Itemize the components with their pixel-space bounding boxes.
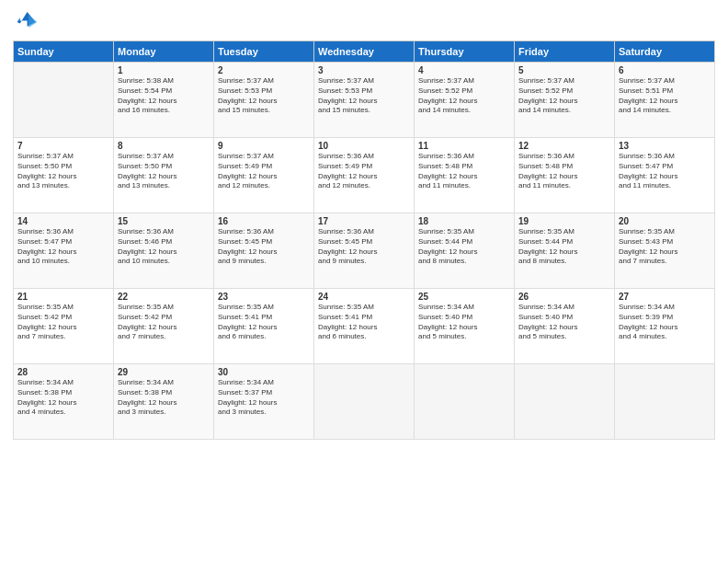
cell-text: Sunrise: 5:37 AM Sunset: 5:50 PM Dayligh… [17, 152, 109, 191]
day-number: 5 [518, 65, 610, 75]
cell-text: Sunrise: 5:37 AM Sunset: 5:52 PM Dayligh… [418, 76, 510, 116]
cell-text: Sunrise: 5:35 AM Sunset: 5:42 PM Dayligh… [17, 303, 109, 342]
day-number: 17 [318, 216, 410, 226]
cell-text: Sunrise: 5:34 AM Sunset: 5:40 PM Dayligh… [518, 303, 610, 342]
calendar-cell: 20Sunrise: 5:35 AM Sunset: 5:43 PM Dayli… [615, 213, 715, 289]
calendar-cell: 22Sunrise: 5:35 AM Sunset: 5:42 PM Dayli… [114, 289, 214, 364]
day-number: 4 [418, 65, 510, 75]
calendar-week-row: 28Sunrise: 5:34 AM Sunset: 5:38 PM Dayli… [14, 364, 715, 440]
day-number: 16 [218, 216, 310, 226]
calendar-cell: 8Sunrise: 5:37 AM Sunset: 5:50 PM Daylig… [114, 138, 214, 213]
calendar-cell: 21Sunrise: 5:35 AM Sunset: 5:42 PM Dayli… [14, 289, 114, 364]
logo-icon [13, 9, 39, 35]
day-number: 18 [418, 216, 510, 226]
day-number: 9 [218, 141, 310, 151]
cell-text: Sunrise: 5:35 AM Sunset: 5:42 PM Dayligh… [118, 303, 210, 342]
cell-text: Sunrise: 5:37 AM Sunset: 5:50 PM Dayligh… [118, 152, 210, 191]
cell-text: Sunrise: 5:34 AM Sunset: 5:39 PM Dayligh… [619, 303, 711, 342]
day-number: 10 [318, 141, 410, 151]
cell-text: Sunrise: 5:34 AM Sunset: 5:37 PM Dayligh… [218, 378, 310, 418]
cell-text: Sunrise: 5:34 AM Sunset: 5:38 PM Dayligh… [118, 378, 210, 418]
day-number: 11 [418, 141, 510, 151]
calendar-cell: 30Sunrise: 5:34 AM Sunset: 5:37 PM Dayli… [214, 364, 314, 440]
header-day: Thursday [415, 41, 515, 63]
calendar-cell: 26Sunrise: 5:34 AM Sunset: 5:40 PM Dayli… [515, 289, 615, 364]
cell-text: Sunrise: 5:34 AM Sunset: 5:40 PM Dayligh… [418, 303, 510, 342]
calendar-cell: 19Sunrise: 5:35 AM Sunset: 5:44 PM Dayli… [515, 213, 615, 289]
calendar-cell: 27Sunrise: 5:34 AM Sunset: 5:39 PM Dayli… [615, 289, 715, 364]
cell-text: Sunrise: 5:36 AM Sunset: 5:45 PM Dayligh… [318, 227, 410, 267]
cell-text: Sunrise: 5:36 AM Sunset: 5:48 PM Dayligh… [518, 152, 610, 191]
day-number: 23 [218, 292, 310, 302]
cell-text: Sunrise: 5:35 AM Sunset: 5:44 PM Dayligh… [418, 227, 510, 267]
calendar-cell: 16Sunrise: 5:36 AM Sunset: 5:45 PM Dayli… [214, 213, 314, 289]
day-number: 20 [619, 216, 711, 226]
header-day: Saturday [615, 41, 715, 63]
calendar-cell [615, 364, 715, 440]
cell-text: Sunrise: 5:37 AM Sunset: 5:51 PM Dayligh… [619, 76, 711, 116]
day-number: 30 [218, 367, 310, 377]
cell-text: Sunrise: 5:34 AM Sunset: 5:38 PM Dayligh… [17, 378, 109, 418]
calendar-cell [314, 364, 415, 440]
cell-text: Sunrise: 5:37 AM Sunset: 5:53 PM Dayligh… [318, 76, 410, 116]
cell-text: Sunrise: 5:36 AM Sunset: 5:45 PM Dayligh… [218, 227, 310, 267]
header-day: Wednesday [314, 41, 415, 63]
header-day: Sunday [14, 41, 114, 63]
day-number: 15 [118, 216, 210, 226]
calendar-cell: 3Sunrise: 5:37 AM Sunset: 5:53 PM Daylig… [314, 63, 415, 138]
cell-text: Sunrise: 5:36 AM Sunset: 5:48 PM Dayligh… [418, 152, 510, 191]
calendar-cell: 12Sunrise: 5:36 AM Sunset: 5:48 PM Dayli… [515, 138, 615, 213]
cell-text: Sunrise: 5:37 AM Sunset: 5:52 PM Dayligh… [518, 76, 610, 116]
calendar-cell: 25Sunrise: 5:34 AM Sunset: 5:40 PM Dayli… [415, 289, 515, 364]
day-number: 28 [17, 367, 109, 377]
svg-marker-1 [28, 15, 37, 28]
calendar-cell: 10Sunrise: 5:36 AM Sunset: 5:49 PM Dayli… [314, 138, 415, 213]
calendar-table: SundayMondayTuesdayWednesdayThursdayFrid… [13, 40, 715, 440]
header-day: Friday [515, 41, 615, 63]
calendar-cell: 4Sunrise: 5:37 AM Sunset: 5:52 PM Daylig… [415, 63, 515, 138]
day-number: 3 [318, 65, 410, 75]
header-day: Tuesday [214, 41, 314, 63]
calendar-cell [415, 364, 515, 440]
cell-text: Sunrise: 5:35 AM Sunset: 5:41 PM Dayligh… [218, 303, 310, 342]
calendar-cell: 24Sunrise: 5:35 AM Sunset: 5:41 PM Dayli… [314, 289, 415, 364]
calendar-cell: 29Sunrise: 5:34 AM Sunset: 5:38 PM Dayli… [114, 364, 214, 440]
day-number: 6 [619, 65, 711, 75]
header-row: SundayMondayTuesdayWednesdayThursdayFrid… [14, 41, 715, 63]
calendar-cell: 17Sunrise: 5:36 AM Sunset: 5:45 PM Dayli… [314, 213, 415, 289]
day-number: 8 [118, 141, 210, 151]
calendar-week-row: 1Sunrise: 5:38 AM Sunset: 5:54 PM Daylig… [14, 63, 715, 138]
cell-text: Sunrise: 5:36 AM Sunset: 5:46 PM Dayligh… [118, 227, 210, 267]
calendar-cell [515, 364, 615, 440]
day-number: 25 [418, 292, 510, 302]
cell-text: Sunrise: 5:35 AM Sunset: 5:41 PM Dayligh… [318, 303, 410, 342]
calendar-cell: 13Sunrise: 5:36 AM Sunset: 5:47 PM Dayli… [615, 138, 715, 213]
cell-text: Sunrise: 5:36 AM Sunset: 5:47 PM Dayligh… [17, 227, 109, 267]
cell-text: Sunrise: 5:37 AM Sunset: 5:49 PM Dayligh… [218, 152, 310, 191]
day-number: 26 [518, 292, 610, 302]
day-number: 1 [118, 65, 210, 75]
calendar-cell: 2Sunrise: 5:37 AM Sunset: 5:53 PM Daylig… [214, 63, 314, 138]
day-number: 2 [218, 65, 310, 75]
day-number: 24 [318, 292, 410, 302]
calendar-cell: 28Sunrise: 5:34 AM Sunset: 5:38 PM Dayli… [14, 364, 114, 440]
cell-text: Sunrise: 5:36 AM Sunset: 5:47 PM Dayligh… [619, 152, 711, 191]
page: SundayMondayTuesdayWednesdayThursdayFrid… [0, 0, 728, 563]
calendar-cell: 7Sunrise: 5:37 AM Sunset: 5:50 PM Daylig… [14, 138, 114, 213]
day-number: 13 [619, 141, 711, 151]
calendar-cell: 1Sunrise: 5:38 AM Sunset: 5:54 PM Daylig… [114, 63, 214, 138]
calendar-week-row: 7Sunrise: 5:37 AM Sunset: 5:50 PM Daylig… [14, 138, 715, 213]
day-number: 22 [118, 292, 210, 302]
header [13, 9, 715, 35]
day-number: 21 [17, 292, 109, 302]
cell-text: Sunrise: 5:35 AM Sunset: 5:44 PM Dayligh… [518, 227, 610, 267]
logo [13, 9, 40, 35]
calendar-week-row: 14Sunrise: 5:36 AM Sunset: 5:47 PM Dayli… [14, 213, 715, 289]
cell-text: Sunrise: 5:35 AM Sunset: 5:43 PM Dayligh… [619, 227, 711, 267]
day-number: 27 [619, 292, 711, 302]
cell-text: Sunrise: 5:38 AM Sunset: 5:54 PM Dayligh… [118, 76, 210, 116]
day-number: 29 [118, 367, 210, 377]
day-number: 7 [17, 141, 109, 151]
calendar-cell: 6Sunrise: 5:37 AM Sunset: 5:51 PM Daylig… [615, 63, 715, 138]
calendar-cell: 15Sunrise: 5:36 AM Sunset: 5:46 PM Dayli… [114, 213, 214, 289]
